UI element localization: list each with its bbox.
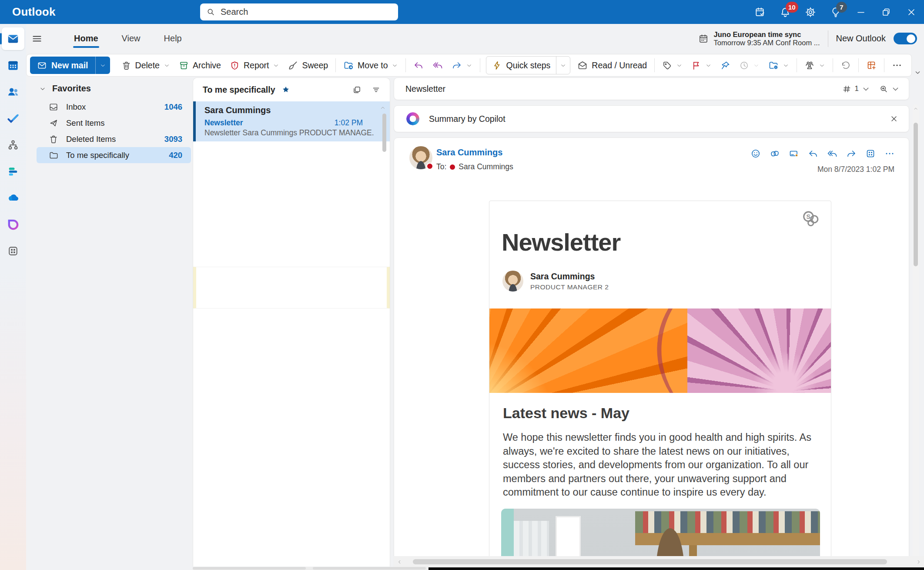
rail-todo[interactable] (2, 107, 24, 130)
sweep-label: Sweep (302, 60, 328, 70)
rules-folder-gear-icon (768, 60, 779, 70)
report-button[interactable]: Report (225, 57, 284, 74)
favorites-header[interactable]: Favorites (26, 77, 193, 99)
reactions-smiley-icon[interactable] (750, 148, 761, 159)
reply-icon[interactable] (808, 148, 818, 159)
undo-button[interactable] (836, 57, 855, 74)
scroll-right-arrow-icon[interactable] (913, 559, 924, 565)
read-unread-button[interactable]: Read / Unread (573, 57, 651, 74)
message-alert-card-icon[interactable] (789, 148, 799, 159)
more-options-button[interactable] (887, 57, 907, 74)
reply-all-icon[interactable] (827, 148, 837, 159)
copilot-summary-card[interactable]: Summary by Copilot (394, 105, 909, 132)
loop-shapes-icon[interactable] (770, 148, 780, 159)
unread-count: 1046 (164, 102, 182, 112)
reading-pane-scrollbar-thumb[interactable] (914, 123, 918, 266)
horizontal-scrollbar-thumb[interactable] (413, 559, 887, 564)
flag-button[interactable] (687, 57, 716, 74)
scroll-up-arrow-icon[interactable] (913, 106, 919, 111)
chevron-down-icon (753, 62, 760, 69)
message-list-item[interactable]: Sara Cummings Newsletter 1:02 PM Newslet… (193, 101, 390, 141)
notifications-button[interactable]: 10 (773, 0, 798, 24)
restore-button[interactable] (874, 0, 899, 24)
rail-onedrive[interactable] (2, 187, 24, 209)
app-logo: Outlook (12, 5, 56, 19)
delete-button[interactable]: Delete (117, 57, 174, 74)
more-actions-icon[interactable] (884, 148, 895, 159)
categorize-button[interactable] (658, 57, 687, 74)
my-day-calendar-icon (754, 7, 766, 18)
folder-to-me-specifically[interactable]: To me specifically 420 (37, 147, 191, 163)
favorite-star-icon[interactable] (281, 85, 290, 94)
pin-button[interactable] (716, 57, 735, 74)
tab-view[interactable]: View (112, 28, 150, 49)
horizontal-scrollbar[interactable] (394, 556, 924, 567)
collapse-ribbon-button[interactable] (914, 69, 921, 76)
tab-home[interactable]: Home (64, 28, 108, 49)
rail-viva-engage[interactable] (2, 160, 24, 183)
groups-button[interactable] (800, 57, 830, 74)
quick-steps-button[interactable]: Quick steps (486, 56, 570, 74)
forward-button[interactable] (447, 57, 477, 74)
close-icon[interactable] (890, 114, 898, 123)
reply-button[interactable] (409, 57, 428, 74)
reply-all-button[interactable] (428, 57, 447, 74)
rail-org-explorer[interactable] (2, 134, 24, 156)
sweep-button[interactable]: Sweep (284, 57, 332, 74)
author-name: Sara Cummings (530, 272, 609, 282)
select-messages-icon[interactable] (349, 82, 365, 97)
search-input[interactable] (220, 7, 392, 17)
move-to-folder-icon (343, 60, 354, 70)
tab-help[interactable]: Help (154, 28, 191, 49)
rail-loop[interactable] (2, 213, 24, 236)
new-mail-label: New mail (51, 60, 88, 70)
settings-button[interactable] (798, 0, 823, 24)
folder-inbox[interactable]: Inbox 1046 (37, 99, 191, 115)
move-to-button[interactable]: Move to (339, 57, 402, 74)
new-mail-dropdown[interactable] (95, 57, 110, 74)
sender-avatar[interactable] (409, 146, 432, 169)
chevron-down-icon[interactable] (861, 84, 870, 94)
snooze-button[interactable] (735, 57, 764, 74)
folder-sent-items[interactable]: Sent Items (37, 115, 191, 131)
close-button[interactable] (899, 0, 924, 24)
apps-grid-icon[interactable] (865, 148, 876, 159)
rail-more-apps[interactable] (2, 240, 24, 262)
filter-icon[interactable] (368, 82, 384, 97)
scroll-left-arrow-icon[interactable] (394, 559, 405, 565)
meeting-reminder[interactable]: Juno European time sync Tomorrow 9:35 AM… (698, 30, 820, 47)
rail-people[interactable] (2, 80, 24, 103)
outlook-app-window: Outlook 10 7 (0, 0, 924, 570)
minimize-button[interactable] (848, 0, 874, 24)
new-outlook-toggle[interactable] (894, 33, 917, 44)
message-list-scrollbar[interactable] (382, 114, 386, 152)
folder-pane: Favorites Inbox 1046 Sent Items Deleted … (26, 77, 193, 570)
favorites-label: Favorites (52, 84, 91, 94)
rail-mail[interactable] (2, 27, 24, 50)
navigation-menu-button[interactable] (28, 30, 46, 47)
message-date: Mon 8/7/2023 1:02 PM (817, 165, 894, 174)
search-box[interactable] (200, 3, 398, 20)
rules-button[interactable] (764, 57, 793, 74)
new-mail-button[interactable]: New mail (30, 57, 110, 74)
reply-icon (413, 60, 424, 70)
my-day-button[interactable] (747, 0, 773, 24)
quick-steps-dropdown[interactable] (556, 57, 570, 74)
reminder-details: Tomorrow 9:35 AM Conf Room ... (714, 39, 820, 47)
tips-button[interactable]: 7 (823, 0, 848, 24)
zoom-in-icon[interactable] (879, 84, 888, 94)
chevron-down-icon[interactable] (891, 84, 900, 94)
recipient-row[interactable]: To: Sara Cummings (436, 162, 513, 171)
archive-icon (179, 60, 189, 70)
rail-calendar[interactable] (2, 54, 24, 77)
forward-icon[interactable] (846, 148, 857, 159)
scroll-up-arrow-icon[interactable] (380, 105, 386, 111)
archive-button[interactable]: Archive (174, 57, 225, 74)
new-mail-envelope-icon (37, 60, 47, 70)
settings-gear-icon (805, 7, 816, 18)
message-count-icon[interactable] (842, 84, 851, 94)
sender-name-link[interactable]: Sara Cummings (436, 148, 502, 158)
folder-deleted-items[interactable]: Deleted Items 3093 (37, 131, 191, 147)
apps-insert-button[interactable] (862, 57, 881, 74)
newsletter-body-text: We hope this newsletter finds you in goo… (503, 431, 814, 500)
